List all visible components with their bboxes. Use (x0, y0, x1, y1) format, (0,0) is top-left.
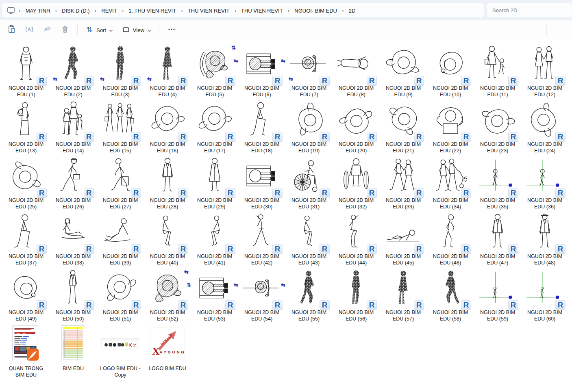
breadcrumb-item[interactable]: REVIT (98, 6, 120, 15)
person-standing-lean-icon: R (428, 212, 472, 252)
file-item[interactable]: RNGUOI 2D BIM EDU (57) (380, 268, 427, 324)
file-item[interactable]: RNGUOI 2D BIM EDU (58) (427, 268, 474, 324)
file-item[interactable]: RNGUOI 2D BIM EDU (15) (97, 100, 144, 156)
file-item[interactable]: ⇆⇅RNGUOI 2D BIM EDU (52) (144, 268, 191, 324)
file-item[interactable]: RNGUOI 2D BIM EDU (21) (380, 100, 427, 156)
revit-badge: R (84, 300, 94, 310)
file-item[interactable]: RNGUOI 2D BIM EDU (59) (474, 268, 521, 324)
breadcrumb-item[interactable]: THU VIEN REVIT (238, 6, 286, 15)
file-item[interactable]: RNGUOI 2D BIM EDU (29) (191, 156, 238, 212)
file-item[interactable]: RNGUOI 2D BIM EDU (55) (285, 268, 333, 324)
file-label: NGUOI 2D BIM EDU (15) (100, 141, 141, 154)
file-item[interactable]: RNGUOI 2D BIM EDU (19) (285, 100, 333, 156)
breadcrumb-item[interactable]: 1. THU VIEN REVIT (125, 6, 179, 15)
file-item[interactable]: ⇆RNGUOI 2D BIM EDU (54) (238, 268, 285, 324)
file-item[interactable]: RNGUOI 2D BIM EDU (44) (333, 212, 380, 268)
file-item[interactable]: RNGUOI 2D BIM EDU (50) (50, 268, 97, 324)
file-item[interactable]: RNGUOI 2D BIM EDU (12) (521, 43, 568, 100)
adult-with-child-icon: R (476, 43, 520, 84)
file-item[interactable]: RNGUOI 2D BIM EDU (47) (474, 212, 521, 268)
file-label: NGUOI 2D BIM EDU (12) (524, 85, 565, 98)
file-item[interactable]: RNGUOI 2D BIM EDU (17) (191, 100, 238, 156)
file-item[interactable]: ⇆RNGUOI 2D BIM EDU (6) (238, 43, 285, 100)
file-item[interactable]: ⇆RNGUOI 2D BIM EDU (7) (285, 43, 333, 100)
share-button[interactable] (38, 23, 56, 37)
file-item[interactable]: RNGUOI 2D BIM EDU (45) (380, 212, 427, 268)
delete-button[interactable] (56, 23, 74, 37)
file-item[interactable]: RNGUOI 2D BIM EDU (11) (474, 43, 521, 100)
file-item[interactable]: RNGUOI 2D BIM EDU (24) (521, 100, 568, 156)
breadcrumb-item[interactable]: MAY TINH (22, 6, 54, 15)
file-item[interactable]: RNGUOI 2D BIM EDU (40) (144, 212, 191, 268)
file-label: NGUOI 2D BIM EDU (1) (5, 85, 47, 98)
file-item[interactable]: RNGUOI 2D BIM EDU (41) (191, 212, 238, 268)
file-item[interactable]: RNGUOI 2D BIM EDU (43) (285, 212, 333, 268)
file-item[interactable]: RNGUOI 2D BIM EDU (27) (97, 156, 144, 212)
sort-button[interactable]: Sort (81, 23, 117, 37)
file-item[interactable]: RNGUOI 2D BIM EDU (38) (50, 212, 97, 268)
chevron-right-icon: › (233, 7, 238, 14)
file-item[interactable]: BIM EDU (50, 324, 97, 380)
file-item[interactable]: ⇆RNGUOI 2D BIM EDU (3) (97, 43, 144, 100)
file-item[interactable]: RNGUOI 2D BIM EDU (14) (50, 100, 97, 156)
person-plan-icon: R (381, 43, 425, 84)
file-item[interactable]: RNGUOI 2D BIM EDU (22) (427, 100, 474, 156)
view-label: View (133, 27, 144, 33)
silhouette-standing-icon: ⇆R (98, 43, 142, 84)
file-item[interactable]: RNGUOI 2D BIM EDU (37) (2, 212, 50, 268)
file-item[interactable]: RNGUOI 2D BIM EDU (48) (521, 212, 568, 268)
revit-badge: R (320, 132, 330, 142)
file-item[interactable]: RNGUOI 2D BIM EDU (23) (474, 100, 521, 156)
revit-badge: R (84, 188, 94, 198)
rename-button[interactable] (20, 23, 38, 37)
file-item[interactable]: RNGUOI 2D BIM EDU (32) (333, 156, 380, 212)
file-item[interactable]: RNGUOI 2D BIM EDU (1) (2, 43, 50, 100)
file-item[interactable]: RNGUOI 2D BIM EDU (36) (521, 156, 568, 212)
file-item[interactable]: RNGUOI 2D BIM EDU (35) (474, 156, 521, 212)
file-item[interactable]: ⇆RNGUOI 2D BIM EDU (4) (144, 43, 191, 100)
search-box (486, 3, 572, 18)
file-item[interactable]: RNGUOI 2D BIM EDU (13) (2, 100, 50, 156)
file-item[interactable]: RNGUOI 2D BIM EDU (33) (380, 156, 427, 212)
file-item[interactable]: RNGUOI 2D BIM EDU (8) (333, 43, 380, 100)
breadcrumb-item[interactable]: 2D (346, 6, 359, 15)
file-item[interactable]: RNGUOI 2D BIM EDU (18) (238, 100, 285, 156)
file-item[interactable]: RNGUOI 2D BIM EDU (26) (50, 156, 97, 212)
breadcrumb-item[interactable]: DISK D (D:) (59, 6, 93, 15)
file-item[interactable]: RNGUOI 2D BIM EDU (31) (285, 156, 333, 212)
file-item[interactable]: RNGUOI 2D BIM EDU (42) (238, 212, 285, 268)
file-item[interactable]: RNGUOI 2D BIM EDU (49) (2, 268, 50, 324)
more-options-icon (167, 25, 176, 35)
file-item[interactable]: RNGUOI 2D BIM EDU (46) (427, 212, 474, 268)
paste-button[interactable] (2, 23, 20, 37)
file-item[interactable]: RNGUOI 2D BIM EDU (16) (144, 100, 191, 156)
file-item[interactable]: RNGUOI 2D BIM EDU (30) (238, 156, 285, 212)
file-item[interactable]: RNGUOI 2D BIM EDU (28) (144, 156, 191, 212)
file-item[interactable]: ⇆RNGUOI 2D BIM EDU (2) (50, 43, 97, 100)
revit-badge: R (461, 244, 471, 254)
file-item[interactable]: RNGUOI 2D BIM EDU (25) (2, 156, 50, 212)
file-item[interactable]: ⇆RNGUOI 2D BIM EDU (53) (191, 268, 238, 324)
breadcrumb-item[interactable]: NGUOI- BIM EDU (291, 6, 340, 15)
file-item[interactable]: LOGO BIM EDU - Copy (97, 324, 144, 380)
file-item[interactable]: DANANG X AYDUNG LOGO BIM EDU (144, 324, 191, 380)
person-plan-icon: R (4, 156, 48, 196)
file-item[interactable]: ⇅⇆RNGUOI 2D BIM EDU (5) (191, 43, 238, 100)
file-item[interactable]: RNGUOI 2D BIM EDU (20) (333, 100, 380, 156)
file-item[interactable]: RNGUOI 2D BIM EDU (60) (521, 268, 568, 324)
breadcrumb-item[interactable]: THU VIEN REVIT (185, 6, 233, 15)
view-button[interactable]: View (117, 23, 156, 37)
document-preview-icon (4, 324, 48, 364)
file-item[interactable]: RNGUOI 2D BIM EDU (10) (427, 43, 474, 100)
file-item[interactable]: RNGUOI 2D BIM EDU (9) (380, 43, 427, 100)
more-options-button[interactable] (163, 23, 181, 37)
file-item[interactable]: RNGUOI 2D BIM EDU (51) (97, 268, 144, 324)
file-item[interactable]: RNGUOI 2D BIM EDU (39) (97, 212, 144, 268)
person-elevation-marker-icon: R (476, 156, 520, 196)
search-input[interactable] (492, 7, 567, 14)
this-pc-icon[interactable] (7, 6, 15, 15)
file-item[interactable]: RNGUOI 2D BIM EDU (34) (427, 156, 474, 212)
flip-arrows-icon: ⇆ (147, 76, 152, 82)
file-item[interactable]: RNGUOI 2D BIM EDU (56) (333, 268, 380, 324)
file-item[interactable]: QUAN TRONG BIM EDU (2, 324, 50, 380)
